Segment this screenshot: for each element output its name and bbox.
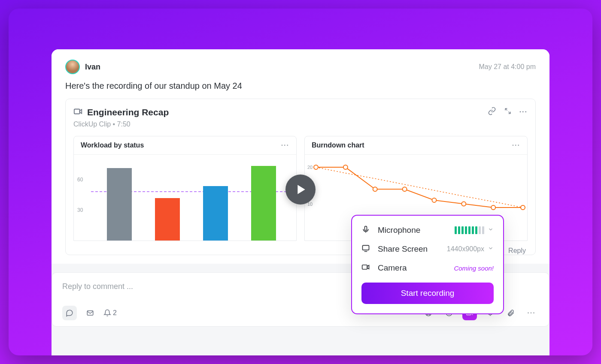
clip-title: Engineering Recap (87, 107, 169, 117)
popover-screen-row[interactable]: Share Screen 1440x900px (361, 244, 494, 254)
toolbar-more-icon[interactable]: ··· (524, 306, 539, 320)
bar-3 (251, 166, 276, 241)
attachment-icon[interactable] (504, 306, 518, 320)
svg-rect-19 (362, 265, 367, 269)
comment-timestamp: May 27 at 4:00 pm (479, 63, 536, 71)
svg-point-5 (432, 198, 436, 202)
bar-1 (155, 198, 180, 241)
mail-icon[interactable] (83, 306, 97, 320)
svg-point-2 (343, 165, 348, 169)
link-icon[interactable] (488, 107, 496, 117)
more-icon[interactable]: ··· (519, 108, 528, 116)
chat-icon[interactable] (62, 306, 77, 320)
chevron-down-icon[interactable] (488, 245, 494, 253)
svg-point-3 (373, 187, 377, 191)
camera-note: Coming soon! (454, 265, 494, 272)
burndown-chart-title: Burndown chart (312, 141, 364, 149)
content-canvas: Ivan May 27 at 4:00 pm Here's the record… (52, 49, 549, 355)
screen-resolution: 1440x900px (447, 245, 484, 253)
clip-header: Engineering Recap ClickUp Clip • 7:50 ··… (73, 107, 528, 128)
recording-popover: Microphone Share Screen (351, 215, 504, 314)
author-name: Ivan (85, 63, 100, 72)
mic-level-meter (455, 226, 484, 234)
start-recording-button[interactable]: Start recording (361, 283, 494, 304)
chart-more-icon[interactable]: ··· (281, 141, 289, 149)
svg-point-1 (314, 165, 318, 169)
svg-rect-0 (74, 109, 80, 114)
bar-2 (203, 186, 228, 241)
notification-count[interactable]: 2 (103, 309, 117, 317)
app-window: Ivan May 27 at 4:00 pm Here's the record… (9, 9, 592, 355)
workload-chart-panel: Workload by status ··· 3060 (73, 136, 297, 241)
comment-header: Ivan May 27 at 4:00 pm (65, 60, 536, 74)
chevron-down-icon[interactable] (488, 226, 494, 234)
svg-point-6 (461, 202, 466, 206)
svg-point-8 (521, 205, 525, 210)
expand-icon[interactable] (504, 107, 512, 117)
comment-body: Here's the recording of our standup on M… (65, 81, 536, 91)
bell-count-value: 2 (113, 309, 117, 317)
bar-0 (107, 168, 132, 241)
camera-icon (361, 263, 370, 273)
clip-subtitle: ClickUp Clip • 7:50 (73, 120, 169, 128)
svg-point-7 (491, 205, 495, 210)
chart-more-icon[interactable]: ··· (512, 141, 520, 149)
workload-chart-title: Workload by status (81, 141, 144, 149)
screen-label: Share Screen (378, 244, 428, 254)
avatar[interactable] (65, 60, 80, 74)
popover-mic-row[interactable]: Microphone (361, 225, 494, 235)
author-block: Ivan (65, 60, 100, 74)
screen-icon (361, 244, 370, 254)
video-icon (73, 107, 83, 118)
svg-rect-18 (363, 245, 369, 250)
play-button[interactable] (285, 174, 316, 205)
microphone-icon (361, 225, 370, 235)
svg-rect-17 (365, 226, 367, 231)
camera-label: Camera (378, 263, 407, 273)
popover-camera-row: Camera Coming soon! (361, 263, 494, 273)
svg-point-4 (403, 187, 407, 191)
mic-label: Microphone (378, 226, 420, 235)
workload-chart-body: 3060 (74, 155, 296, 241)
